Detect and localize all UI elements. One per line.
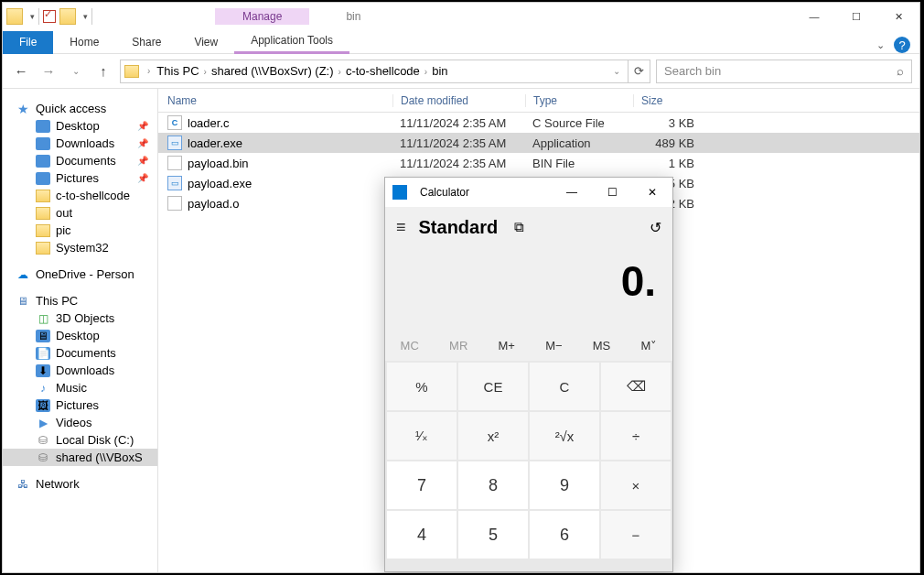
sidebar-label: Pictures: [56, 398, 99, 412]
calc-mem-m˅[interactable]: M˅: [640, 339, 657, 353]
calc-key[interactable]: ²√x: [530, 412, 599, 460]
sidebar-item[interactable]: 📄Documents: [3, 344, 157, 362]
calc-mem-m−[interactable]: M−: [545, 339, 562, 353]
calc-key[interactable]: CE: [458, 363, 528, 410]
sidebar-label: Quick access: [36, 102, 106, 115]
help-icon[interactable]: ?: [894, 37, 910, 53]
sidebar-item[interactable]: ▶Videos: [3, 414, 157, 431]
up-button[interactable]: ↑: [92, 60, 114, 82]
pin-icon: 📌: [137, 138, 152, 148]
properties-icon[interactable]: [43, 10, 56, 23]
sidebar-this-pc[interactable]: 🖥 This PC: [3, 292, 157, 309]
calc-key[interactable]: 6: [530, 511, 599, 559]
ribbon-tab-application-tools[interactable]: Application Tools: [234, 29, 349, 54]
calc-key[interactable]: ⌫: [601, 363, 671, 410]
file-icon: [167, 156, 182, 170]
calc-key[interactable]: −: [601, 511, 671, 559]
sidebar-quick-access[interactable]: ★ Quick access: [3, 100, 157, 117]
minimize-button[interactable]: —: [793, 3, 835, 30]
calc-key[interactable]: C: [530, 363, 599, 410]
breadcrumb-segment[interactable]: shared (\\VBoxSvr) (Z:): [210, 64, 336, 78]
file-row[interactable]: Cloader.c11/11/2024 2:35 AMC Source File…: [158, 113, 919, 133]
sidebar-label: Music: [56, 381, 87, 395]
sidebar-item[interactable]: 🖼Pictures: [3, 396, 157, 414]
file-row[interactable]: ▭loader.exe11/11/2024 2:35 AMApplication…: [158, 133, 919, 153]
chevron-right-icon[interactable]: ›: [145, 66, 153, 76]
breadcrumb-segment[interactable]: bin: [430, 64, 449, 78]
sidebar-label: This PC: [36, 294, 78, 308]
sidebar-item[interactable]: out: [3, 204, 157, 222]
calc-key[interactable]: 5: [458, 511, 528, 559]
video-icon: ▶: [36, 417, 50, 429]
manage-context-tab[interactable]: Manage: [215, 8, 309, 25]
calc-key[interactable]: ¹⁄ₓ: [387, 412, 457, 460]
file-row[interactable]: payload.bin11/11/2024 2:35 AMBIN File1 K…: [158, 153, 919, 173]
window-title: bin: [346, 10, 360, 23]
back-button[interactable]: ←: [10, 60, 32, 82]
sidebar-item[interactable]: System32: [3, 239, 157, 256]
sidebar-network[interactable]: 🖧 Network: [3, 475, 157, 493]
sidebar-item[interactable]: Downloads📌: [3, 135, 157, 152]
address-bar[interactable]: › This PC›shared (\\VBoxSvr) (Z:)›c-to-s…: [120, 60, 650, 83]
calc-key[interactable]: ×: [601, 461, 671, 509]
col-name[interactable]: Name⌃: [158, 94, 392, 107]
ribbon-tab-share[interactable]: Share: [115, 31, 177, 53]
chevron-right-icon[interactable]: ›: [422, 67, 430, 77]
calc-mem-ms[interactable]: MS: [593, 339, 611, 353]
sidebar-item[interactable]: ♪Music: [3, 379, 157, 396]
calc-key[interactable]: 7: [387, 461, 457, 509]
chevron-down-icon[interactable]: ▾: [30, 12, 35, 21]
menu-icon[interactable]: ≡: [396, 218, 406, 237]
breadcrumb-segment[interactable]: c-to-shellcode: [344, 64, 422, 78]
file-type: BIN File: [525, 157, 633, 170]
sidebar-item[interactable]: ⬇Downloads: [3, 362, 157, 379]
quick-access-toolbar: ▾ ▾: [3, 8, 96, 25]
sidebar-item[interactable]: ◫3D Objects: [3, 309, 157, 327]
maximize-button[interactable]: ☐: [592, 178, 632, 207]
minimize-button[interactable]: —: [552, 178, 592, 207]
file-icon: [167, 196, 182, 211]
maximize-button[interactable]: ☐: [835, 3, 877, 30]
history-icon[interactable]: ↺: [650, 219, 661, 236]
calc-key[interactable]: 8: [458, 461, 528, 509]
chevron-right-icon[interactable]: ›: [336, 67, 344, 77]
close-button[interactable]: ✕: [632, 178, 672, 207]
sidebar-onedrive[interactable]: ☁ OneDrive - Person: [3, 266, 157, 283]
ribbon-tab-home[interactable]: Home: [53, 31, 115, 53]
calc-titlebar[interactable]: Calculator — ☐ ✕: [385, 178, 672, 207]
calc-key[interactable]: 9: [530, 461, 599, 509]
folder-icon: [124, 65, 139, 78]
col-date[interactable]: Date modified: [392, 94, 525, 107]
ribbon-chevron-icon[interactable]: ⌄: [876, 39, 885, 51]
star-icon: ★: [16, 103, 30, 115]
breadcrumb-segment[interactable]: This PC: [155, 64, 200, 78]
recent-dropdown[interactable]: ⌄: [65, 60, 87, 82]
pictures-icon: 🖼: [36, 399, 50, 412]
ribbon-tab-view[interactable]: View: [177, 31, 234, 53]
file-menu[interactable]: File: [3, 31, 53, 54]
calc-key[interactable]: ÷: [601, 412, 671, 460]
calc-mem-m+[interactable]: M+: [498, 339, 514, 353]
col-size[interactable]: Size: [633, 94, 702, 107]
titlebar[interactable]: ▾ ▾ Manage bin — ☐ ✕: [3, 3, 919, 30]
calc-key[interactable]: x²: [458, 412, 528, 460]
sidebar-item[interactable]: Documents📌: [3, 152, 157, 169]
close-button[interactable]: ✕: [877, 3, 919, 30]
refresh-button[interactable]: ⟳: [628, 60, 650, 82]
sidebar-item[interactable]: ⛁Local Disk (C:): [3, 431, 157, 449]
col-type[interactable]: Type: [525, 94, 633, 107]
chevron-down-icon[interactable]: ▾: [83, 12, 88, 21]
sidebar-item[interactable]: c-to-shellcode: [3, 187, 157, 204]
keep-on-top-icon[interactable]: ⧉: [514, 219, 524, 235]
sidebar-item[interactable]: ⛁shared (\\VBoxS: [3, 449, 157, 466]
sidebar-item[interactable]: 🖥Desktop: [3, 327, 157, 344]
search-input[interactable]: Search bin ⌕: [656, 60, 912, 83]
sidebar-item[interactable]: Pictures📌: [3, 169, 157, 187]
calc-key[interactable]: 4: [387, 511, 457, 559]
chevron-down-icon[interactable]: ⌄: [610, 66, 626, 76]
calc-key[interactable]: %: [387, 363, 457, 410]
forward-button[interactable]: →: [38, 60, 59, 82]
chevron-right-icon[interactable]: ›: [201, 67, 210, 77]
sidebar-item[interactable]: Desktop📌: [3, 117, 157, 135]
sidebar-item[interactable]: pic: [3, 222, 157, 239]
